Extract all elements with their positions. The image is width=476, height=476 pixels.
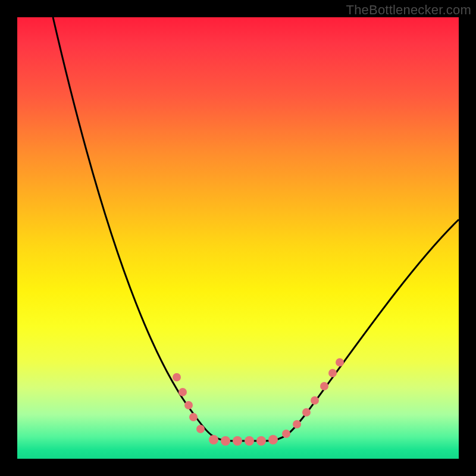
marker: [268, 435, 278, 444]
marker: [328, 369, 337, 377]
marker: [282, 430, 290, 438]
marker-group: [173, 358, 344, 446]
bottleneck-curve: [53, 17, 459, 441]
marker: [189, 413, 198, 421]
watermark-text: TheBottlenecker.com: [346, 2, 471, 18]
marker: [209, 435, 218, 444]
marker: [184, 401, 193, 409]
marker: [293, 420, 301, 428]
marker: [221, 436, 230, 446]
chart-svg: [17, 17, 459, 459]
chart-frame: TheBottlenecker.com: [0, 0, 476, 476]
marker: [302, 408, 311, 416]
marker: [178, 388, 187, 396]
marker: [173, 373, 181, 381]
curve-group: [53, 17, 459, 441]
marker: [311, 396, 319, 405]
marker: [196, 425, 205, 433]
marker: [245, 436, 254, 446]
marker: [336, 358, 344, 367]
marker: [256, 436, 266, 446]
marker: [320, 382, 328, 390]
plot-area: [17, 17, 459, 459]
marker: [233, 436, 242, 446]
